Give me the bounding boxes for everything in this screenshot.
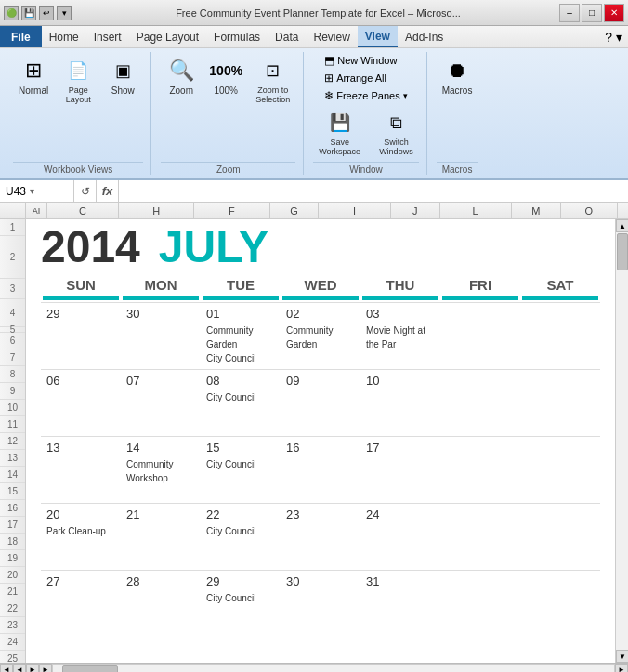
col-header-i[interactable]: I [319,203,390,218]
cell-ref-dropdown[interactable]: ▾ [30,186,34,196]
switch-windows-icon: ⧉ [381,108,411,138]
scroll-track[interactable] [616,232,628,650]
year-month-header: 2014 JULY [41,225,600,270]
zoom-selection-icon: ⊡ [258,56,288,86]
cal-date-week2-day4: 17 [366,441,435,455]
menu-file[interactable]: File [0,26,42,47]
col-header-h[interactable]: H [119,203,194,218]
cal-cell-week0-day3: 02Community Garden [281,302,360,369]
day-headers: SUN MON TUE WED THU FRI SAT [41,273,600,296]
cal-date-week3-day3: 23 [286,507,355,521]
normal-view-icon: ⊞ [19,56,48,86]
minimize-button[interactable]: – [559,4,580,22]
scroll-right-button[interactable]: ◄ [13,664,26,673]
col-header-m[interactable]: M [512,203,561,218]
scroll-up-button[interactable]: ▲ [616,219,628,232]
col-header-l[interactable]: L [440,203,512,218]
horizontal-scroll-thumb[interactable] [62,665,118,673]
close-button[interactable]: ✕ [604,4,624,22]
scroll-down-button[interactable]: ▼ [616,650,628,663]
formula-bar: U43 ▾ ↺ fx [0,180,628,203]
horizontal-scroll-track[interactable] [52,664,615,673]
row-num-17: 17 [0,517,25,534]
help-icon[interactable]: ? [605,30,612,45]
quick-access-undo[interactable]: ↩ [39,6,54,20]
cal-date-week1-day2: 08 [206,374,275,388]
menu-review[interactable]: Review [306,26,357,47]
quick-access-dropdown[interactable]: ▾ [57,6,72,20]
app-icon: 🟢 [4,6,19,20]
scroll-thumb[interactable] [617,233,628,270]
cal-cell-week4-day0: 27 [41,570,121,637]
window-controls: – □ ✕ [559,4,624,22]
cal-cell-week1-day0: 06 [41,369,121,436]
formula-refresh-icon[interactable]: ↺ [74,180,97,202]
ribbon-btn-macros[interactable]: ⏺ Macros [437,52,478,99]
col-header-o[interactable]: O [561,203,618,218]
sheet-area: 1 2 3 4 5 6 7 8 9 10 11 12 13 14 15 16 1… [0,219,628,663]
menu-page-layout[interactable]: Page Layout [129,26,206,47]
ribbon-btn-freeze-panes[interactable]: ❄ Freeze Panes ▾ [321,87,411,104]
calendar-grid: 293001Community GardenCity Council02Comm… [41,302,600,637]
ribbon-btn-zoom-selection[interactable]: ⊡ Zoom toSelection [250,52,295,108]
ribbon-group-window-items: ⬒ New Window ⊞ Arrange All ❄ Freeze Pane… [321,52,411,104]
ribbon-group-window: ⬒ New Window ⊞ Arrange All ❄ Freeze Pane… [306,52,426,175]
formula-fx-icon[interactable]: fx [97,180,119,202]
cal-date-week2-day0: 13 [46,441,115,455]
ribbon-collapse[interactable]: ▾ [616,30,622,45]
ribbon-btn-switch-windows[interactable]: ⧉ SwitchWindows [373,104,419,160]
col-header-j[interactable]: J [391,203,440,218]
cal-cell-week3-day1: 21 [121,503,201,570]
zoom-label: Zoom [169,86,193,96]
row-num-2: 2 [0,236,25,279]
col-header-g[interactable]: G [270,203,320,218]
menu-data[interactable]: Data [268,26,306,47]
ribbon-btn-show[interactable]: ▣ Show [102,52,143,99]
new-window-label: New Window [337,55,397,66]
cell-reference[interactable]: U43 ▾ [0,180,74,202]
menu-add-ins[interactable]: Add-Ins [398,26,451,47]
scroll-right-end-button[interactable]: ► [615,664,628,673]
menu-insert[interactable]: Insert [86,26,129,47]
cal-cell-week3-day2: 22City Council [201,503,281,570]
zoom-selection-label: Zoom toSelection [255,86,290,104]
row-num-12: 12 [0,433,25,450]
ribbon-btn-normal[interactable]: ⊞ Normal [13,52,54,99]
row-num-14: 14 [0,467,25,483]
maximize-button[interactable]: □ [582,4,602,22]
ribbon-btn-save-workspace[interactable]: 💾 SaveWorkspace [313,104,366,160]
vertical-scrollbar[interactable]: ▲ ▼ [615,219,628,663]
cal-date-week4-day2: 29 [206,574,275,588]
cal-event-week0-day4-0: Movie Night at the Par [366,323,435,351]
scroll-left-button[interactable]: ◄ [0,664,13,673]
ribbon-btn-zoom[interactable]: 🔍 Zoom [161,52,202,99]
menu-bar: File Home Insert Page Layout Formulas Da… [0,26,628,48]
page-layout-icon: 📄 [63,56,93,86]
cal-date-week2-day2: 15 [206,441,275,455]
quick-access-save[interactable]: 💾 [21,6,36,20]
menu-home[interactable]: Home [42,26,86,47]
ribbon-btn-arrange-all[interactable]: ⊞ Arrange All [321,70,390,86]
ribbon-btn-new-window[interactable]: ⬒ New Window [321,52,400,69]
row-num-24: 24 [0,634,25,651]
scroll-right2-button[interactable]: ► [26,664,39,673]
save-workspace-icon: 💾 [325,108,355,138]
menu-view[interactable]: View [358,26,398,47]
col-header-f[interactable]: F [194,203,269,218]
menu-formulas[interactable]: Formulas [206,26,268,47]
cal-cell-week1-day4: 10 [360,369,440,436]
cal-cell-week2-day3: 16 [281,436,360,503]
formula-input[interactable] [119,185,628,198]
scroll-end-button[interactable]: ► [39,664,52,673]
cal-event-week0-day2-0: Community Garden [206,323,275,351]
show-label: Show [111,86,135,96]
cal-cell-week2-day2: 15City Council [201,436,281,503]
cal-event-week2-day1-0: Community Workshop [126,457,195,485]
cal-cell-week3-day3: 23 [281,503,360,570]
cal-date-week2-day3: 16 [286,441,355,455]
col-header-c[interactable]: C [47,203,119,218]
col-header-ai[interactable]: AI [26,203,47,218]
ribbon-group-items: ⊞ Normal 📄 PageLayout ▣ Show [13,52,143,160]
ribbon-btn-page-layout[interactable]: 📄 PageLayout [58,52,98,108]
ribbon-btn-100[interactable]: 100% 100% [205,52,246,99]
